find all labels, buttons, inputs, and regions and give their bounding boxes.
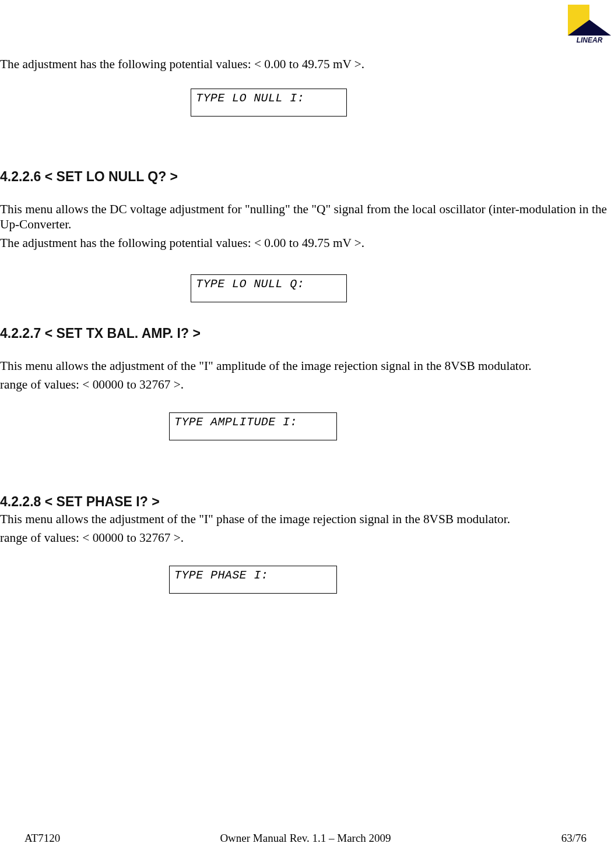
para-lo-null-q-desc: This menu allows the DC voltage adjustme… [0, 202, 611, 232]
footer-page-number: 63/76 [561, 832, 587, 845]
brand-logo-text: LINEAR [577, 36, 603, 44]
para-lo-null-q-range: The adjustment has the following potenti… [0, 236, 611, 251]
footer-title: Owner Manual Rev. 1.1 – March 2009 [220, 832, 391, 845]
footer-model: AT7120 [24, 832, 60, 845]
display-box-phase-i: TYPE PHASE I: [169, 566, 337, 594]
para-tx-bal-range: range of values: < 00000 to 32767 >. [0, 377, 611, 393]
brand-logo: LINEAR [568, 5, 611, 44]
intro-adjustment-line: The adjustment has the following potenti… [0, 57, 611, 72]
display-box-lo-null-i: TYPE LO NULL I: [191, 89, 347, 117]
heading-set-phase-i: 4.2.2.8 < SET PHASE I? > [0, 494, 611, 510]
heading-set-lo-null-q: 4.2.2.6 < SET LO NULL Q? > [0, 169, 611, 185]
para-phase-i-range: range of values: < 00000 to 32767 >. [0, 531, 611, 546]
heading-set-tx-bal-amp-i: 4.2.2.7 < SET TX BAL. AMP. I? > [0, 326, 611, 341]
para-phase-i-desc: This menu allows the adjustment of the "… [0, 512, 611, 527]
page-footer: AT7120 Owner Manual Rev. 1.1 – March 200… [0, 832, 611, 845]
para-tx-bal-desc: This menu allows the adjustment of the "… [0, 359, 611, 374]
display-box-lo-null-q: TYPE LO NULL Q: [191, 274, 347, 302]
display-box-amplitude-i: TYPE AMPLITUDE I: [169, 412, 337, 440]
